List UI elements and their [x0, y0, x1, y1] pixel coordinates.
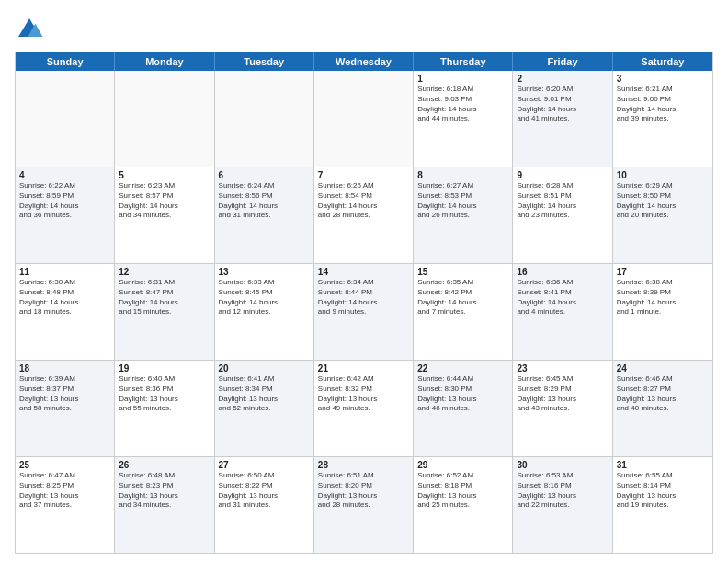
day-number: 27 [219, 460, 310, 470]
empty-cell-0-0 [16, 71, 115, 167]
day-cell-19: 19Sunrise: 6:40 AM Sunset: 8:36 PM Dayli… [115, 361, 214, 456]
day-number: 8 [417, 170, 508, 180]
day-number: 2 [517, 74, 608, 84]
day-number: 28 [318, 460, 409, 470]
day-info: Sunrise: 6:23 AM Sunset: 8:57 PM Dayligh… [119, 181, 210, 221]
day-cell-6: 6Sunrise: 6:24 AM Sunset: 8:56 PM Daylig… [215, 167, 314, 263]
day-number: 16 [517, 267, 608, 277]
day-info: Sunrise: 6:20 AM Sunset: 9:01 PM Dayligh… [517, 85, 608, 124]
day-number: 18 [19, 363, 110, 373]
day-number: 1 [417, 74, 508, 84]
day-number: 19 [119, 363, 210, 373]
calendar-row-3: 18Sunrise: 6:39 AM Sunset: 8:37 PM Dayli… [16, 361, 712, 457]
empty-cell-0-3 [314, 71, 414, 167]
day-info: Sunrise: 6:22 AM Sunset: 8:59 PM Dayligh… [19, 181, 110, 221]
day-info: Sunrise: 6:46 AM Sunset: 8:27 PM Dayligh… [617, 374, 709, 414]
day-number: 7 [318, 170, 409, 180]
day-number: 11 [19, 267, 110, 277]
day-number: 15 [417, 267, 508, 277]
day-cell-14: 14Sunrise: 6:34 AM Sunset: 8:44 PM Dayli… [314, 264, 414, 360]
day-number: 10 [617, 170, 709, 180]
day-cell-3: 3Sunrise: 6:21 AM Sunset: 9:00 PM Daylig… [613, 71, 712, 167]
day-number: 29 [417, 460, 508, 470]
day-cell-22: 22Sunrise: 6:44 AM Sunset: 8:30 PM Dayli… [414, 361, 513, 456]
header [15, 15, 713, 44]
day-info: Sunrise: 6:27 AM Sunset: 8:53 PM Dayligh… [417, 181, 508, 221]
day-cell-27: 27Sunrise: 6:50 AM Sunset: 8:22 PM Dayli… [215, 457, 314, 553]
day-info: Sunrise: 6:31 AM Sunset: 8:47 PM Dayligh… [119, 278, 210, 317]
weekday-header-wednesday: Wednesday [314, 52, 414, 71]
day-info: Sunrise: 6:41 AM Sunset: 8:34 PM Dayligh… [219, 374, 310, 414]
logo [15, 15, 48, 44]
day-number: 9 [517, 170, 608, 180]
day-number: 24 [617, 363, 709, 373]
empty-cell-0-2 [215, 71, 314, 167]
day-info: Sunrise: 6:24 AM Sunset: 8:56 PM Dayligh… [219, 181, 310, 221]
day-cell-13: 13Sunrise: 6:33 AM Sunset: 8:45 PM Dayli… [215, 264, 314, 360]
day-cell-25: 25Sunrise: 6:47 AM Sunset: 8:25 PM Dayli… [16, 457, 115, 553]
day-cell-21: 21Sunrise: 6:42 AM Sunset: 8:32 PM Dayli… [314, 361, 414, 456]
calendar-row-0: 1Sunrise: 6:18 AM Sunset: 9:03 PM Daylig… [16, 71, 712, 167]
weekday-header-monday: Monday [115, 52, 214, 71]
logo-icon [15, 15, 44, 44]
day-number: 25 [19, 460, 110, 470]
day-info: Sunrise: 6:28 AM Sunset: 8:51 PM Dayligh… [517, 181, 608, 221]
day-cell-28: 28Sunrise: 6:51 AM Sunset: 8:20 PM Dayli… [314, 457, 414, 553]
day-info: Sunrise: 6:33 AM Sunset: 8:45 PM Dayligh… [219, 278, 310, 317]
day-number: 5 [119, 170, 210, 180]
day-info: Sunrise: 6:51 AM Sunset: 8:20 PM Dayligh… [318, 471, 409, 511]
day-cell-11: 11Sunrise: 6:30 AM Sunset: 8:48 PM Dayli… [16, 264, 115, 360]
day-info: Sunrise: 6:48 AM Sunset: 8:23 PM Dayligh… [119, 471, 210, 511]
day-number: 21 [318, 363, 409, 373]
day-number: 6 [219, 170, 310, 180]
day-number: 3 [617, 74, 709, 84]
calendar-row-1: 4Sunrise: 6:22 AM Sunset: 8:59 PM Daylig… [16, 167, 712, 264]
day-cell-7: 7Sunrise: 6:25 AM Sunset: 8:54 PM Daylig… [314, 167, 414, 263]
day-cell-16: 16Sunrise: 6:36 AM Sunset: 8:41 PM Dayli… [513, 264, 612, 360]
day-info: Sunrise: 6:55 AM Sunset: 8:14 PM Dayligh… [617, 471, 709, 511]
day-info: Sunrise: 6:47 AM Sunset: 8:25 PM Dayligh… [19, 471, 110, 511]
calendar-row-4: 25Sunrise: 6:47 AM Sunset: 8:25 PM Dayli… [16, 457, 712, 553]
day-cell-26: 26Sunrise: 6:48 AM Sunset: 8:23 PM Dayli… [115, 457, 214, 553]
calendar-row-2: 11Sunrise: 6:30 AM Sunset: 8:48 PM Dayli… [16, 264, 712, 361]
day-info: Sunrise: 6:29 AM Sunset: 8:50 PM Dayligh… [617, 181, 709, 221]
weekday-header-friday: Friday [513, 52, 612, 71]
day-cell-9: 9Sunrise: 6:28 AM Sunset: 8:51 PM Daylig… [513, 167, 612, 263]
day-cell-12: 12Sunrise: 6:31 AM Sunset: 8:47 PM Dayli… [115, 264, 214, 360]
day-info: Sunrise: 6:38 AM Sunset: 8:39 PM Dayligh… [617, 278, 709, 317]
day-number: 30 [517, 460, 608, 470]
day-number: 13 [219, 267, 310, 277]
day-cell-1: 1Sunrise: 6:18 AM Sunset: 9:03 PM Daylig… [414, 71, 513, 167]
weekday-header-tuesday: Tuesday [215, 52, 314, 71]
day-info: Sunrise: 6:25 AM Sunset: 8:54 PM Dayligh… [318, 181, 409, 221]
day-number: 31 [617, 460, 709, 470]
day-info: Sunrise: 6:52 AM Sunset: 8:18 PM Dayligh… [417, 471, 508, 511]
day-info: Sunrise: 6:42 AM Sunset: 8:32 PM Dayligh… [318, 374, 409, 414]
day-number: 20 [219, 363, 310, 373]
page: SundayMondayTuesdayWednesdayThursdayFrid… [0, 0, 728, 563]
day-cell-4: 4Sunrise: 6:22 AM Sunset: 8:59 PM Daylig… [16, 167, 115, 263]
day-number: 23 [517, 363, 608, 373]
day-info: Sunrise: 6:18 AM Sunset: 9:03 PM Dayligh… [417, 85, 508, 124]
day-cell-29: 29Sunrise: 6:52 AM Sunset: 8:18 PM Dayli… [414, 457, 513, 553]
day-number: 26 [119, 460, 210, 470]
day-number: 4 [19, 170, 110, 180]
day-number: 14 [318, 267, 409, 277]
day-cell-15: 15Sunrise: 6:35 AM Sunset: 8:42 PM Dayli… [414, 264, 513, 360]
day-number: 12 [119, 267, 210, 277]
day-info: Sunrise: 6:35 AM Sunset: 8:42 PM Dayligh… [417, 278, 508, 317]
day-info: Sunrise: 6:39 AM Sunset: 8:37 PM Dayligh… [19, 374, 110, 414]
empty-cell-0-1 [115, 71, 214, 167]
day-cell-18: 18Sunrise: 6:39 AM Sunset: 8:37 PM Dayli… [16, 361, 115, 456]
day-cell-8: 8Sunrise: 6:27 AM Sunset: 8:53 PM Daylig… [414, 167, 513, 263]
weekday-header-saturday: Saturday [613, 52, 712, 71]
day-info: Sunrise: 6:21 AM Sunset: 9:00 PM Dayligh… [617, 85, 709, 124]
calendar: SundayMondayTuesdayWednesdayThursdayFrid… [15, 52, 713, 554]
day-cell-31: 31Sunrise: 6:55 AM Sunset: 8:14 PM Dayli… [613, 457, 712, 553]
day-number: 22 [417, 363, 508, 373]
weekday-header-sunday: Sunday [16, 52, 115, 71]
day-info: Sunrise: 6:36 AM Sunset: 8:41 PM Dayligh… [517, 278, 608, 317]
day-cell-10: 10Sunrise: 6:29 AM Sunset: 8:50 PM Dayli… [613, 167, 712, 263]
day-info: Sunrise: 6:50 AM Sunset: 8:22 PM Dayligh… [219, 471, 310, 511]
calendar-body: 1Sunrise: 6:18 AM Sunset: 9:03 PM Daylig… [16, 71, 712, 553]
